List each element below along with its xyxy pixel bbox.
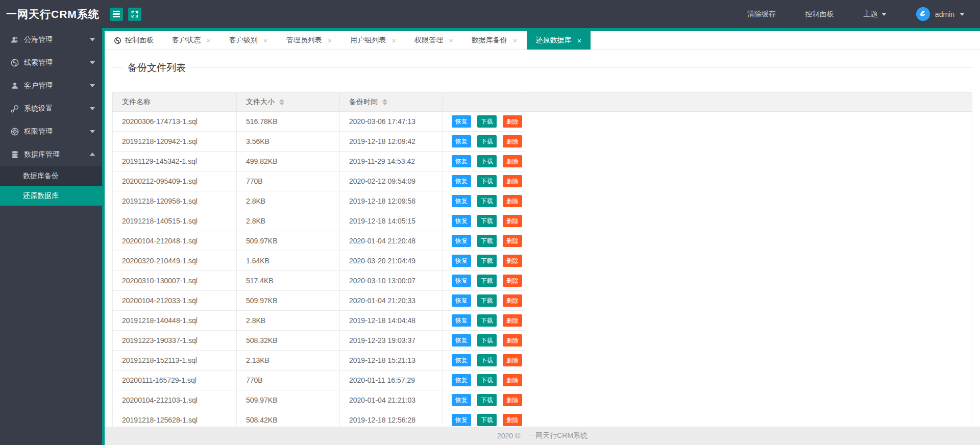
sort-icon[interactable]	[382, 99, 387, 105]
sidebar-item-system-settings[interactable]: 系统设置	[0, 97, 102, 120]
column-header-backup-time[interactable]: 备份时间	[340, 93, 443, 112]
sidebar-item-leads[interactable]: 线索管理	[0, 51, 102, 74]
delete-button[interactable]: 删除	[503, 215, 522, 227]
delete-button[interactable]: 删除	[503, 155, 522, 167]
close-icon[interactable]: ×	[328, 37, 332, 44]
download-button[interactable]: 下载	[477, 155, 497, 167]
restore-button[interactable]: 恢复	[452, 115, 471, 128]
row-actions-cell: 恢复 下载 删除	[443, 311, 525, 331]
download-button[interactable]: 下载	[477, 314, 497, 327]
restore-button[interactable]: 恢复	[452, 195, 471, 207]
download-button[interactable]: 下载	[477, 275, 497, 287]
delete-button[interactable]: 删除	[503, 255, 522, 267]
close-icon[interactable]: ×	[577, 37, 582, 44]
download-button[interactable]: 下载	[477, 235, 497, 247]
close-icon[interactable]: ×	[513, 37, 518, 44]
restore-button[interactable]: 恢复	[452, 155, 471, 167]
restore-button[interactable]: 恢复	[452, 334, 471, 347]
delete-button[interactable]: 删除	[503, 334, 522, 347]
sidebar-item-permissions[interactable]: 权限管理	[0, 120, 102, 143]
download-button[interactable]: 下载	[477, 135, 497, 147]
tab-database-backup[interactable]: 数据库备份 ×	[462, 31, 527, 50]
delete-button[interactable]: 删除	[503, 175, 522, 187]
row-actions-cell: 恢复 下载 删除	[443, 231, 525, 251]
download-button[interactable]: 下载	[477, 255, 497, 267]
close-icon[interactable]: ×	[391, 37, 396, 44]
column-header-file-name: 文件名称	[113, 93, 237, 112]
restore-button[interactable]: 恢复	[452, 255, 471, 267]
clear-cache-link[interactable]: 清除缓存	[747, 10, 776, 19]
delete-button[interactable]: 删除	[503, 414, 522, 426]
tab-label: 还原数据库	[536, 36, 572, 45]
tab-user-group-list[interactable]: 用户组列表 ×	[341, 31, 405, 50]
restore-button[interactable]: 恢复	[452, 374, 471, 386]
download-button[interactable]: 下载	[477, 414, 497, 426]
tab-customer-level[interactable]: 客户级别 ×	[220, 31, 277, 50]
download-button[interactable]: 下载	[477, 215, 497, 227]
globe-icon	[114, 37, 121, 44]
delete-button[interactable]: 删除	[503, 294, 522, 307]
fullscreen-button[interactable]	[128, 8, 141, 21]
tab-admin-list[interactable]: 管理员列表 ×	[277, 31, 341, 50]
collapse-sidebar-button[interactable]	[110, 8, 123, 21]
restore-button[interactable]: 恢复	[452, 294, 471, 307]
backup-time-cell: 2019-12-18 12:09:58	[340, 191, 443, 211]
tab-dashboard[interactable]: 控制面板	[105, 31, 163, 50]
sort-icon[interactable]	[279, 99, 284, 105]
download-button[interactable]: 下载	[477, 294, 497, 307]
download-button[interactable]: 下载	[477, 354, 497, 366]
page-footer: 2020 © 一网天行CRM系统	[105, 427, 980, 445]
download-button[interactable]: 下载	[477, 394, 497, 406]
delete-button[interactable]: 删除	[503, 135, 522, 147]
sidebar-item-database[interactable]: 数据库管理	[0, 143, 102, 166]
table-row: 20191218-140515-1.sql 2.8KB 2019-12-18 1…	[113, 211, 972, 231]
restore-button[interactable]: 恢复	[452, 175, 471, 187]
column-header-file-size[interactable]: 文件大小	[237, 93, 340, 112]
download-button[interactable]: 下载	[477, 175, 497, 187]
restore-button[interactable]: 恢复	[452, 215, 471, 227]
sidebar-subitem-label: 还原数据库	[23, 191, 59, 201]
close-icon[interactable]: ×	[206, 37, 211, 44]
dashboard-link[interactable]: 控制面板	[805, 10, 834, 19]
close-icon[interactable]: ×	[449, 37, 453, 44]
delete-button[interactable]: 删除	[503, 354, 522, 366]
tab-customer-status[interactable]: 客户状态 ×	[163, 31, 220, 50]
section-header: 备份文件列表	[112, 61, 972, 74]
file-size-cell: 2.8KB	[237, 211, 340, 231]
delete-button[interactable]: 删除	[503, 275, 522, 287]
restore-button[interactable]: 恢复	[452, 314, 471, 327]
restore-button[interactable]: 恢复	[452, 235, 471, 247]
restore-button[interactable]: 恢复	[452, 135, 471, 147]
table-row: 20191223-190337-1.sql 508.32KB 2019-12-2…	[113, 331, 972, 351]
tab-permissions[interactable]: 权限管理 ×	[405, 31, 462, 50]
tab-database-restore[interactable]: 还原数据库 ×	[527, 31, 591, 50]
download-button[interactable]: 下载	[477, 374, 497, 386]
restore-button[interactable]: 恢复	[452, 414, 471, 426]
delete-button[interactable]: 删除	[503, 195, 522, 207]
delete-button[interactable]: 删除	[503, 394, 522, 406]
column-header-actions	[443, 93, 525, 112]
user-menu[interactable]: admin	[916, 7, 965, 21]
restore-button[interactable]: 恢复	[452, 394, 471, 406]
theme-dropdown[interactable]: 主题	[864, 10, 887, 19]
delete-button[interactable]: 删除	[503, 374, 522, 386]
table-row: 20191218-125628-1.sql 508.42KB 2019-12-1…	[113, 410, 972, 427]
sidebar-subitem-database-restore[interactable]: 还原数据库	[0, 186, 102, 206]
delete-button[interactable]: 删除	[503, 235, 522, 247]
sidebar-item-customers[interactable]: 客户管理	[0, 74, 102, 97]
tab-label: 客户级别	[229, 36, 258, 45]
download-button[interactable]: 下载	[477, 115, 497, 128]
delete-button[interactable]: 删除	[503, 314, 522, 327]
sidebar-subitem-database-backup[interactable]: 数据库备份	[0, 166, 102, 186]
sidebar-subitem-label: 数据库备份	[23, 171, 59, 181]
footer-copyright: 2020 ©	[497, 432, 520, 440]
filler-cell	[525, 311, 972, 331]
delete-button[interactable]: 删除	[503, 115, 522, 128]
restore-button[interactable]: 恢复	[452, 354, 471, 366]
download-button[interactable]: 下载	[477, 334, 497, 347]
sidebar-item-public-sea[interactable]: 公海管理	[0, 28, 102, 51]
download-button[interactable]: 下载	[477, 195, 497, 207]
restore-button[interactable]: 恢复	[452, 275, 471, 287]
close-icon[interactable]: ×	[263, 37, 268, 44]
sidebar-item-label: 数据库管理	[24, 150, 60, 159]
